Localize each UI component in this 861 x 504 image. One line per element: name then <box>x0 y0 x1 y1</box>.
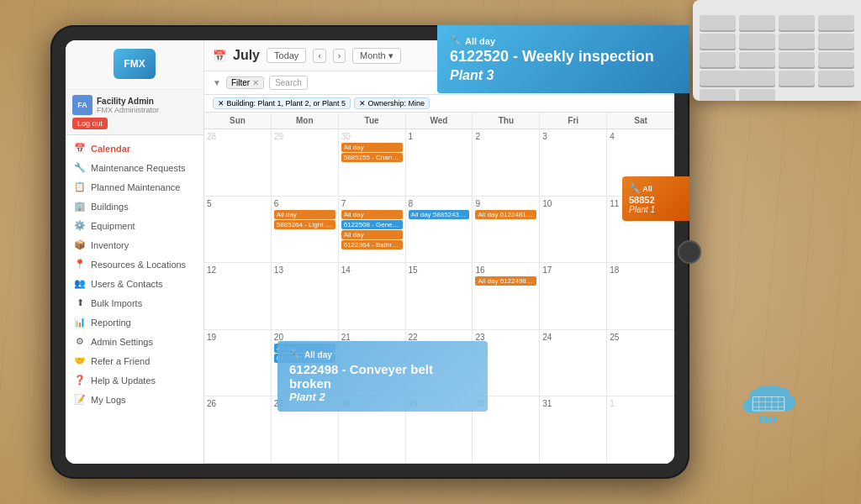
today-button[interactable]: Today <box>267 48 306 63</box>
cell-22[interactable]: 22 <box>406 330 473 397</box>
next-month-button[interactable]: › <box>333 49 346 63</box>
cell-28-prev[interactable]: 28 <box>204 129 272 197</box>
cell-1-next[interactable]: 1 <box>607 396 674 464</box>
keyboard <box>693 0 861 101</box>
sidebar-item-bulk[interactable]: ⬆ Bulk Imports <box>66 293 203 312</box>
cell-11[interactable]: 11 <box>607 197 674 264</box>
key[interactable] <box>700 34 736 49</box>
sidebar-item-users[interactable]: 👥 Users & Contacts <box>66 274 203 293</box>
key[interactable] <box>739 34 775 49</box>
key[interactable] <box>739 15 775 30</box>
sidebar-item-help[interactable]: ❓ Help & Updates <box>66 370 203 390</box>
key[interactable] <box>818 34 854 49</box>
sidebar-item-mylogs[interactable]: 📝 My Logs <box>66 390 203 409</box>
cell-8[interactable]: 8 All day 5885243 - Clean restroom Plant… <box>406 197 473 264</box>
event[interactable]: All day <box>274 210 335 219</box>
cell-2[interactable]: 2 <box>473 129 540 197</box>
logout-button[interactable]: Log out <box>72 118 108 129</box>
key[interactable] <box>700 52 736 67</box>
cell-31[interactable]: 31 <box>540 396 607 464</box>
key[interactable] <box>700 15 736 30</box>
day-num: 18 <box>610 265 672 275</box>
cell-21[interactable]: 21 <box>339 330 406 397</box>
event[interactable]: 6122527 - Clean the plants Plant 1 <box>274 354 335 363</box>
cell-29[interactable]: 29 <box>406 396 473 464</box>
cell-10[interactable]: 10 <box>540 197 607 264</box>
search-box[interactable]: Search <box>269 76 308 90</box>
fmx-logo-right: FMX <box>726 370 811 437</box>
sidebar-item-equipment[interactable]: ⚙️ Equipment <box>66 216 203 235</box>
event[interactable]: All day 6122481 - The AHU is broken Plan… <box>475 210 536 219</box>
key[interactable] <box>779 52 815 67</box>
key[interactable] <box>739 89 775 101</box>
event[interactable]: All day <box>274 344 335 353</box>
cell-30-prev[interactable]: 30 All day 5885255 - Change oil in Truck… <box>339 129 406 197</box>
sidebar-item-buildings[interactable]: 🏢 Buildings <box>66 197 203 216</box>
cell-18[interactable]: 18 <box>607 263 674 330</box>
sidebar-item-maintenance[interactable]: 🔧 Maintenance Requests <box>66 158 203 177</box>
event[interactable]: 5885264 - Light bulb is out Plant 1 <box>274 220 335 229</box>
key[interactable] <box>739 52 775 67</box>
day-num: 1 <box>409 132 470 141</box>
cell-1[interactable]: 1 <box>406 129 473 197</box>
cell-17[interactable]: 17 <box>540 263 607 330</box>
key[interactable] <box>779 15 815 30</box>
cell-20[interactable]: 20 All day 6122527 - Clean the plants Pl… <box>272 330 339 397</box>
cell-16[interactable]: 16 All day 6122498 - Conveyer belt is br… <box>473 263 540 330</box>
prev-month-button[interactable]: ‹ <box>313 49 325 63</box>
day-num: 26 <box>207 399 268 408</box>
cell-12[interactable]: 12 <box>204 263 272 330</box>
event[interactable]: All day 6122498 - Conveyer belt is broke… <box>475 276 536 286</box>
key[interactable] <box>779 71 815 86</box>
cell-25[interactable]: 25 <box>607 330 674 397</box>
day-num: 24 <box>542 333 604 342</box>
cell-15[interactable]: 15 <box>406 263 473 330</box>
cell-9[interactable]: 9 All day 6122481 - The AHU is broken Pl… <box>473 197 540 264</box>
cell-14[interactable]: 14 <box>339 263 406 330</box>
cell-30[interactable]: 30 <box>473 396 540 464</box>
sidebar-label-resources: Resources & Locations <box>91 260 186 270</box>
cell-28[interactable]: 28 <box>339 396 406 464</box>
filter-close[interactable]: ✕ <box>252 78 259 87</box>
key[interactable] <box>818 52 854 67</box>
sidebar-item-reporting[interactable]: 📊 Reporting <box>66 312 203 332</box>
cell-4[interactable]: 4 <box>607 129 674 197</box>
filter-tag[interactable]: Filter ✕ <box>226 76 264 89</box>
sidebar-item-admin[interactable]: ⚙ Admin Settings <box>66 332 203 351</box>
key[interactable] <box>700 89 736 101</box>
sidebar-item-calendar[interactable]: 📅 Calendar <box>66 139 203 158</box>
event[interactable]: All day <box>341 230 403 239</box>
key[interactable] <box>700 71 775 86</box>
cell-23[interactable]: 23 <box>473 330 540 397</box>
event[interactable]: 6122364 - Bathroom needs clea... <box>341 240 403 249</box>
cell-5[interactable]: 5 <box>204 197 272 264</box>
cell-27[interactable]: 27 <box>272 396 339 464</box>
cell-26[interactable]: 26 <box>204 396 272 464</box>
day-num: 25 <box>610 333 672 342</box>
event[interactable]: 5885255 - Change oil in Truck Plant 1 <box>341 153 403 162</box>
cell-6[interactable]: 6 All day 5885264 - Light bulb is out Pl… <box>272 197 339 264</box>
event[interactable]: All day <box>341 210 403 219</box>
sidebar-item-inventory[interactable]: 📦 Inventory <box>66 235 203 255</box>
active-filters-bar: ✕ Building: Plant 1, Plant 2, or Plant 5… <box>204 95 674 113</box>
key[interactable] <box>818 71 854 86</box>
cell-19[interactable]: 19 <box>204 330 272 397</box>
cell-7[interactable]: 7 All day 6122508 - Generator is down Al… <box>339 197 406 264</box>
sidebar-item-refer[interactable]: 🤝 Refer a Friend <box>66 351 203 370</box>
cell-24[interactable]: 24 <box>540 330 607 397</box>
sidebar-item-resources[interactable]: 📍 Resources & Locations <box>66 255 203 274</box>
event[interactable]: 6122508 - Generator is down <box>341 220 403 229</box>
nav-items: 📅 Calendar 🔧 Maintenance Requests 📋 Plan… <box>66 135 203 464</box>
cell-3[interactable]: 3 <box>540 129 607 197</box>
new-event-button[interactable]: + New m <box>611 47 666 64</box>
cell-29-prev[interactable]: 29 <box>272 129 339 197</box>
key[interactable] <box>779 34 815 49</box>
month-view-button[interactable]: Month ▾ <box>352 48 401 64</box>
ipad-home-button[interactable] <box>678 240 701 264</box>
cell-13[interactable]: 13 <box>272 263 339 330</box>
sidebar-item-planned[interactable]: 📋 Planned Maintenance <box>66 177 203 197</box>
key[interactable] <box>818 15 854 30</box>
event[interactable]: All day <box>341 143 403 152</box>
day-num: 3 <box>542 132 604 141</box>
event[interactable]: All day 5885243 - Clean restroom Plant 2 <box>409 210 470 219</box>
